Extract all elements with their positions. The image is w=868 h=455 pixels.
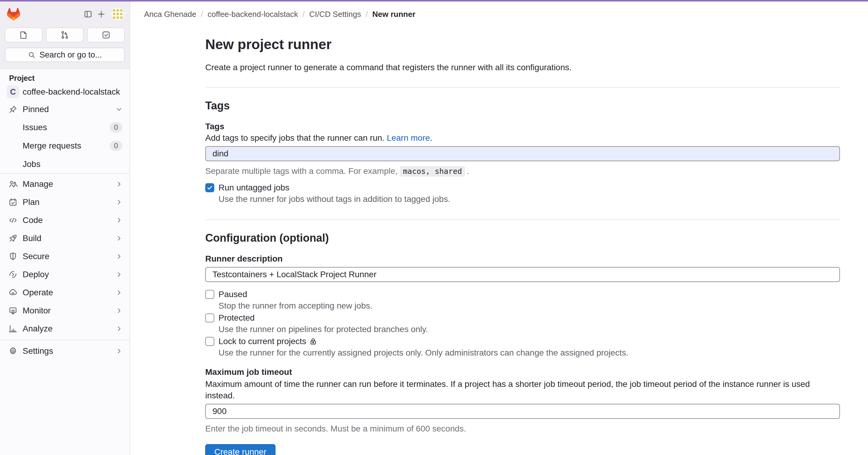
page-title: New project runner: [205, 35, 840, 53]
sidebar-item-manage[interactable]: Manage: [0, 175, 130, 193]
chevron-right-icon: [116, 253, 122, 260]
chevron-right-icon: [116, 181, 122, 188]
sidebar-item-label: Secure: [23, 252, 50, 261]
sidebar-item-label: Plan: [23, 197, 39, 207]
divider: [0, 173, 130, 174]
chevron-right-icon: [116, 325, 122, 332]
tags-section-heading: Tags: [205, 99, 840, 113]
sidebar-item-label: Deploy: [23, 270, 49, 279]
sidebar-item-operate[interactable]: Operate: [0, 284, 130, 302]
sidebar-item-plan[interactable]: Plan: [0, 193, 130, 211]
protected-checkbox[interactable]: [205, 313, 214, 322]
breadcrumb-separator: /: [366, 10, 368, 19]
merge-requests-shortcut-button[interactable]: [46, 27, 84, 42]
breadcrumb-link-project[interactable]: coffee-backend-localstack: [208, 10, 298, 19]
check-icon: [207, 185, 213, 191]
sidebar-item-project[interactable]: C coffee-backend-localstack: [0, 83, 130, 101]
sidebar-header: Search or go to...: [0, 1, 130, 69]
learn-more-link[interactable]: Learn more: [387, 133, 430, 142]
lock-checkbox[interactable]: [205, 337, 214, 346]
run-untagged-checkbox-row: Run untagged jobs: [205, 182, 840, 193]
run-untagged-checkbox[interactable]: [205, 183, 214, 192]
sidebar-item-secure[interactable]: Secure: [0, 248, 130, 265]
collapse-sidebar-icon[interactable]: [82, 7, 95, 21]
chevron-right-icon: [116, 348, 122, 354]
breadcrumb-current: New runner: [372, 10, 415, 19]
chevron-right-icon: [116, 235, 122, 242]
sidebar-item-issues[interactable]: Issues 0: [0, 118, 130, 136]
shield-icon: [7, 252, 19, 261]
chevron-down-icon: [116, 106, 122, 113]
monitor-icon: [7, 306, 19, 315]
tags-hint: Separate multiple tags with a comma. For…: [205, 165, 840, 177]
project-name: coffee-backend-localstack: [23, 87, 120, 97]
rocket-icon: [7, 234, 19, 243]
gear-icon: [7, 347, 19, 356]
chevron-right-icon: [116, 217, 122, 224]
runner-description-input[interactable]: [205, 267, 840, 282]
sidebar-item-merge-requests[interactable]: Merge requests 0: [0, 136, 130, 155]
lock-label[interactable]: Lock to current projects: [218, 336, 317, 347]
todo-done-icon: [101, 30, 111, 39]
breadcrumb-link-cicd-settings[interactable]: CI/CD Settings: [309, 10, 361, 19]
sidebar-item-pinned[interactable]: Pinned: [0, 101, 130, 118]
sidebar-item-label: Issues: [23, 123, 47, 132]
sidebar-item-label: Pinned: [23, 104, 49, 114]
issues-shortcut-button[interactable]: [5, 27, 42, 42]
sidebar-item-build[interactable]: Build: [0, 229, 130, 248]
merge-request-icon: [60, 30, 69, 39]
top-loading-bar: [0, 0, 868, 1]
run-untagged-label[interactable]: Run untagged jobs: [218, 182, 289, 193]
sidebar-section-label: Project: [9, 74, 130, 83]
chevron-right-icon: [116, 271, 122, 278]
timeout-input[interactable]: [205, 404, 840, 419]
tags-input[interactable]: [205, 146, 840, 161]
todos-shortcut-button[interactable]: [87, 27, 125, 42]
page-subtitle: Create a project runner to generate a co…: [205, 62, 840, 73]
calendar-icon: [7, 198, 19, 207]
chevron-right-icon: [116, 307, 122, 314]
protected-label[interactable]: Protected: [218, 312, 255, 324]
paused-description: Stop the runner from accepting new jobs.: [218, 300, 840, 312]
divider: [205, 87, 840, 88]
breadcrumb-separator: /: [303, 10, 305, 19]
user-avatar[interactable]: [112, 8, 124, 20]
sidebar-item-label: Analyze: [23, 324, 53, 333]
chart-icon: [7, 324, 19, 333]
tags-help-text: Add tags to specify jobs that the runner…: [205, 132, 840, 144]
breadcrumb: Anca Ghenade / coffee-backend-localstack…: [131, 1, 868, 27]
paused-label[interactable]: Paused: [218, 289, 247, 300]
search-input[interactable]: Search or go to...: [5, 47, 125, 62]
merge-requests-count-badge: 0: [110, 141, 122, 151]
create-runner-button[interactable]: Create runner: [205, 444, 276, 455]
sidebar-item-jobs[interactable]: Jobs: [0, 155, 130, 173]
sidebar-item-label: Manage: [23, 179, 53, 189]
configuration-section-heading: Configuration (optional): [205, 231, 840, 245]
issues-document-icon: [19, 30, 28, 39]
paused-checkbox-row: Paused: [205, 289, 840, 300]
lock-checkbox-row: Lock to current projects: [205, 336, 840, 347]
runner-description-label: Runner description: [205, 253, 840, 265]
sidebar-item-settings[interactable]: Settings: [0, 342, 130, 360]
lock-description: Use the runner for the currently assigne…: [218, 347, 840, 359]
chevron-right-icon: [116, 289, 122, 296]
sidebar-item-analyze[interactable]: Analyze: [0, 320, 130, 338]
sidebar-item-label: Operate: [23, 288, 53, 297]
plus-icon[interactable]: [95, 7, 108, 21]
breadcrumb-link-user[interactable]: Anca Ghenade: [144, 10, 196, 19]
lock-icon: [309, 337, 317, 345]
divider: [0, 339, 130, 340]
sidebar-item-label: Code: [23, 216, 43, 225]
protected-description: Use the runner on pipelines for protecte…: [218, 324, 840, 335]
search-icon: [28, 51, 36, 59]
gitlab-logo[interactable]: [6, 7, 21, 22]
code-icon: [7, 216, 19, 225]
users-icon: [7, 180, 19, 189]
project-avatar: C: [7, 86, 19, 98]
timeout-hint: Enter the job timeout in seconds. Must b…: [205, 423, 840, 434]
sidebar-item-code[interactable]: Code: [0, 211, 130, 229]
paused-checkbox[interactable]: [205, 290, 214, 299]
sidebar-item-deploy[interactable]: Deploy: [0, 265, 130, 284]
sidebar-item-monitor[interactable]: Monitor: [0, 302, 130, 320]
cloud-pod-icon: [7, 288, 19, 297]
